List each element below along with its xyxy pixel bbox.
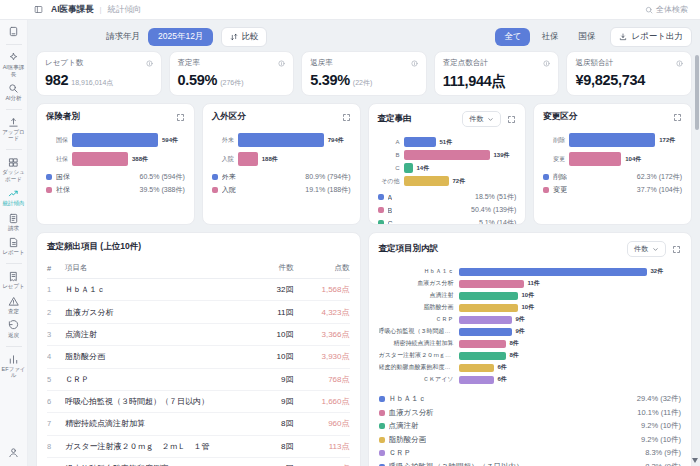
sidebar-item-return[interactable]: 返戻 [0,317,27,342]
legend-row[interactable]: 呼吸心拍監視（３時間超）（７日以内）8.3% (9件) [379,462,682,466]
legend-value: 80.9% (794件) [301,172,350,182]
sidebar-item-assessment[interactable]: 査定 [0,293,27,318]
app-logo-icon[interactable] [8,26,19,37]
bar-row: 社保388件 [46,152,185,166]
table-row[interactable]: 6呼吸心拍監視（３時間超）（７日以内）9回1,660点 [47,390,350,412]
report-icon [8,237,19,248]
legend-row[interactable]: 脂肪酸分画9.2% (10件) [379,435,682,445]
table-row[interactable]: 1ＨｂＡ１ｃ32回1,568点 [47,279,350,301]
kpi-card-0: レセプト数98218,916,014点 [36,51,162,96]
legend-label: 脂肪酸分画 [389,435,427,445]
legend-value: 62.3% (172件) [633,172,682,182]
scrollbar-thumb[interactable] [695,55,699,130]
billing-month-label: 請求年月 [106,31,140,43]
legend-label: 呼吸心拍監視（３時間超）（７日以内） [389,462,524,466]
legend-row[interactable]: ＨｂＡ１ｃ29.4% (32件) [379,394,682,404]
sidebar-item-label: 統計傾向 [1,200,27,207]
item-points: 1,925点 [294,458,350,466]
legend-value: 18.5% (51件) [471,192,516,202]
info-icon[interactable] [278,60,285,67]
sidebar: AI医事課長AI分析アップロードダッシュボード統計傾向請求レポートレセプト査定返… [0,20,28,466]
legend-value: 5.1% (14件) [475,218,516,225]
legend-row[interactable]: 外来80.9% (794件) [212,172,351,182]
bar-axis-label: ガスター注射液２０ｍｇ ２ｍＬ １管 [379,351,459,360]
sidebar-item-ai-assistant[interactable]: AI医事課長 [0,49,27,80]
table-row[interactable]: 7精密持続点滴注射加算8回960点 [47,413,350,435]
legend-swatch [543,174,549,180]
item-points: 768点 [294,368,350,390]
chart-legend: 外来80.9% (794件)入院19.1% (188件) [212,172,351,195]
legend-label: 国保 [56,172,70,182]
card-controls [176,113,185,122]
legend-row[interactable]: ＣＲＰ8.3% (9件) [379,448,682,458]
bar-axis-label: 点滴注射 [379,291,459,300]
table-row[interactable]: 4脂肪酸分画10回3,930点 [47,346,350,368]
item-points: 113点 [294,435,350,457]
table-row[interactable]: 9経皮的動脈血酸素飽和度測定6回1,925点 [47,458,350,466]
bar-axis-label: 呼吸心拍監視（３時間超）（７日以内） [379,327,459,336]
legend-row[interactable]: 国保60.5% (594件) [46,172,185,182]
table-row[interactable]: 2血液ガス分析11回4,323点 [47,301,350,323]
legend-label: 入院 [222,185,236,195]
table-row[interactable]: 5ＣＲＰ9回768点 [47,368,350,390]
scrollbar-down-arrow[interactable] [692,458,698,463]
kpi-value: 111,944点 [443,72,506,91]
bar-row: A51件 [378,137,517,147]
info-icon[interactable] [543,60,550,67]
bar [459,280,524,288]
legend-value: 19.1% (188件) [301,185,350,195]
sidebar-divider [6,263,22,264]
unit-selector[interactable]: 件数 [627,241,666,257]
sidebar-item-report[interactable]: レポート [0,234,27,259]
sidebar-item-ef-file[interactable]: EFファイル [0,351,27,382]
legend-row[interactable]: 入院19.1% (188件) [212,185,351,195]
bar-chart: 外来794件入院188件 [212,133,351,166]
item-count: 9回 [250,368,294,390]
sidebar-item-billing[interactable]: 請求 [0,210,27,235]
legend-row[interactable]: A18.5% (51件) [378,192,517,202]
bar-axis-label: ＣＫアイソ [379,375,459,384]
row-rank: 7 [47,413,65,435]
month-select-button[interactable]: 2025年12月 [148,28,213,46]
legend-value: 8.3% (9件) [641,448,681,458]
legend-row[interactable]: 変更37.7% (104件) [543,185,682,195]
item-name: 点滴注射 [65,323,250,345]
legend-value: 9.2% (10件) [637,435,681,445]
compare-button[interactable]: 比較 [221,27,267,47]
kpi-value: ¥9,825,734 [575,72,645,88]
info-icon[interactable] [676,60,683,67]
sidebar-item-upload[interactable]: アップロード [0,114,27,145]
table-header-row: #項目名件数点数 [47,260,350,279]
user-account-icon[interactable] [8,447,19,458]
bar-value-label: 10件 [522,291,535,300]
bar-value-label: 51件 [440,138,453,147]
table-head: #項目名件数点数 [47,260,350,279]
bar-value-label: 72件 [453,177,466,186]
sidebar-item-stats-trend[interactable]: 統計傾向 [0,185,27,210]
sidebar-toggle-icon[interactable] [34,5,43,14]
tab-国保[interactable]: 国保 [569,28,604,46]
item-points: 1,660点 [294,390,350,412]
legend-row[interactable]: C5.1% (14件) [378,218,517,225]
bar [459,304,518,312]
report-export-button[interactable]: レポート出力 [610,27,692,47]
sidebar-item-receipt[interactable]: レセプト [0,268,27,293]
legend-row[interactable]: B50.4% (139件) [378,205,517,215]
legend-row[interactable]: 点滴注射9.2% (10件) [379,421,682,431]
tab-全て[interactable]: 全て [495,28,530,46]
legend-row[interactable]: 社保39.5% (388件) [46,185,185,195]
card-controls: 件数 [627,241,681,257]
tab-社保[interactable]: 社保 [532,28,567,46]
unit-selector[interactable]: 件数 [462,111,501,127]
table-row[interactable]: 8ガスター注射液２０ｍｇ ２ｍＬ １管8回113点 [47,435,350,457]
table-row[interactable]: 3点滴注射10回3,366点 [47,323,350,345]
legend-row[interactable]: 血液ガス分析10.1% (11件) [379,408,682,418]
info-icon[interactable] [411,60,418,67]
bar [459,364,494,372]
sidebar-item-ai-analysis[interactable]: AI分析 [0,80,27,105]
bar-row: 外来794件 [212,133,351,147]
global-search[interactable]: 全体検索 [645,4,688,15]
legend-row[interactable]: 削除62.3% (172件) [543,172,682,182]
sidebar-item-dashboard[interactable]: ダッシュボード [0,154,27,185]
info-icon[interactable] [146,60,153,67]
